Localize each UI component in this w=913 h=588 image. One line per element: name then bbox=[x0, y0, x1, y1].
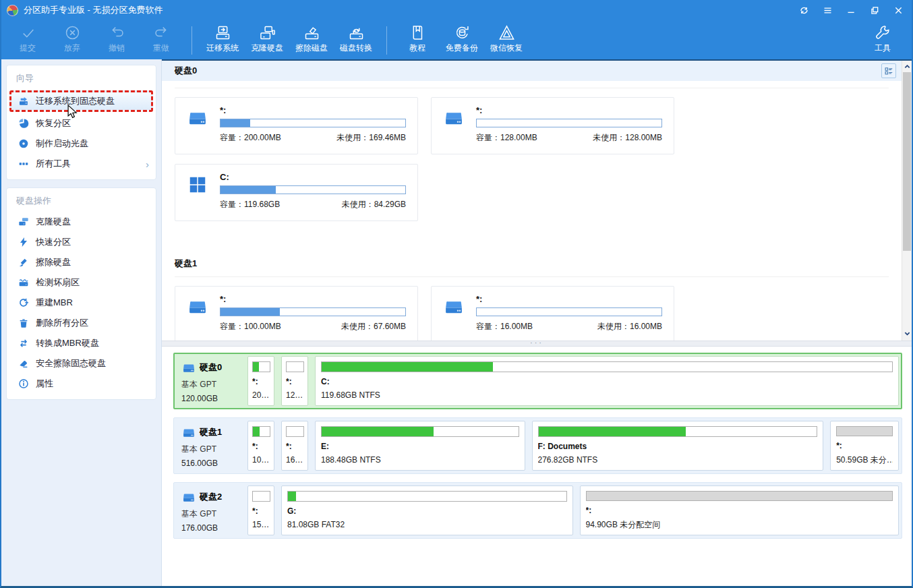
partition-letter: *: bbox=[836, 441, 893, 450]
partition-block[interactable]: C: 119.68GB NTFS bbox=[315, 356, 899, 406]
toolbar-clone-disk-button[interactable]: 克隆硬盘 bbox=[245, 22, 289, 54]
panel-splitter[interactable]: ··· bbox=[162, 341, 912, 347]
close-button[interactable] bbox=[893, 5, 904, 16]
sidebar-item-clone-disk[interactable]: 克隆硬盘 bbox=[7, 212, 156, 232]
partition-size: 15… bbox=[252, 520, 270, 529]
sidebar-item-quick-partition[interactable]: 快速分区 bbox=[7, 232, 156, 252]
toolbar: 提交放弃撤销重做迁移系统克隆硬盘擦除磁盘磁盘转换教程免费备份微信恢复工具 bbox=[1, 20, 912, 59]
convert-disk-icon bbox=[347, 24, 365, 42]
unused-text: 未使用：16.00MB bbox=[597, 321, 662, 332]
clone-icon bbox=[258, 24, 276, 42]
disk-overview-content: 硬盘0 *: 容量：200.00MB 未使用：169.46MB *: 容量：12… bbox=[162, 61, 902, 341]
partition-card[interactable]: *: 容量：100.00MB 未使用：67.60MB bbox=[175, 286, 418, 341]
capacity-text: 容量：200.00MB bbox=[220, 132, 281, 144]
toolbar-erase-disk-button[interactable]: 擦除磁盘 bbox=[289, 22, 334, 54]
sidebar-item-label: 转换成MBR硬盘 bbox=[36, 337, 99, 349]
partition-size: 10… bbox=[252, 455, 270, 465]
sidebar-item-check-bad-sectors[interactable]: 检测坏扇区 bbox=[7, 272, 156, 293]
partition-size: 94.90GB 未分配空间 bbox=[586, 519, 893, 530]
partition-block[interactable]: *: 10… bbox=[247, 421, 274, 471]
minimize-button[interactable] bbox=[846, 5, 856, 16]
toolbar-label: 擦除磁盘 bbox=[295, 42, 328, 54]
sidebar-item-properties[interactable]: 属性 bbox=[7, 374, 156, 394]
usage-bar bbox=[252, 426, 270, 437]
maximize-button[interactable] bbox=[870, 5, 880, 16]
toolbar-tools-button[interactable]: 工具 bbox=[860, 22, 905, 54]
sidebar-item-label: 删除所有分区 bbox=[36, 317, 88, 329]
check-icon bbox=[19, 24, 37, 42]
refresh-button[interactable] bbox=[799, 5, 809, 16]
disk-map-panel: 硬盘0 基本 GPT 120.00GB *: 20… *: 12… C: 119… bbox=[162, 347, 912, 586]
partition-block[interactable]: *: 15… bbox=[247, 486, 274, 535]
scroll-down-icon[interactable] bbox=[902, 328, 912, 339]
scrollbar-thumb[interactable] bbox=[903, 72, 911, 251]
toolbar-tutorial-button[interactable]: 教程 bbox=[395, 22, 440, 54]
disk-section-header: 硬盘0 bbox=[162, 61, 902, 81]
partition-letter: *: bbox=[286, 377, 303, 386]
usage-bar bbox=[252, 361, 270, 372]
view-toggle-button[interactable] bbox=[881, 63, 896, 78]
toolbar-label: 克隆硬盘 bbox=[251, 42, 283, 54]
disk-row[interactable]: 硬盘1 基本 GPT 516.00GB *: 10… *: 16… E: 188… bbox=[173, 417, 902, 474]
partition-block[interactable]: *: 94.90GB 未分配空间 bbox=[580, 486, 899, 535]
partition-card[interactable]: *: 容量：200.00MB 未使用：169.46MB bbox=[175, 97, 418, 154]
toolbar-undo-button: 撤销 bbox=[94, 22, 139, 54]
unused-text: 未使用：169.46MB bbox=[336, 132, 406, 144]
toolbar-group-1: 提交放弃撤销重做 bbox=[5, 22, 183, 54]
sidebar-item-label: 所有工具 bbox=[36, 158, 71, 170]
disk-row[interactable]: 硬盘0 基本 GPT 120.00GB *: 20… *: 12… C: 119… bbox=[173, 353, 902, 409]
disk-info: 硬盘2 基本 GPT 176.00GB bbox=[177, 486, 245, 535]
sidebar-item-make-bootable-media[interactable]: 制作启动光盘 bbox=[7, 134, 156, 154]
vertical-scrollbar[interactable] bbox=[902, 61, 912, 341]
disk-name: 硬盘1 bbox=[200, 426, 222, 438]
sidebar-item-all-tools[interactable]: 所有工具› bbox=[7, 154, 156, 174]
partition-blocks: *: 20… *: 12… C: 119.68GB NTFS bbox=[247, 356, 899, 406]
partition-letter: *: bbox=[286, 442, 303, 451]
scroll-up-icon[interactable] bbox=[902, 61, 912, 71]
partition-block[interactable]: G: 81.08GB FAT32 bbox=[281, 486, 573, 535]
sidebar-item-convert-to-mbr[interactable]: 转换成MBR硬盘 bbox=[7, 333, 156, 353]
disk-row[interactable]: 硬盘2 基本 GPT 176.00GB *: 15… G: 81.08GB FA… bbox=[173, 482, 902, 539]
sidebar-item-label: 擦除硬盘 bbox=[36, 256, 71, 268]
usage-bar bbox=[321, 426, 519, 437]
capacity-text: 容量：128.00MB bbox=[476, 132, 537, 144]
disk-name: 硬盘2 bbox=[200, 491, 222, 503]
toolbar-free-backup-button[interactable]: 免费备份 bbox=[440, 22, 484, 54]
partition-card-grid: *: 容量：100.00MB 未使用：67.60MB *: 容量：16.00MB… bbox=[162, 277, 902, 341]
toolbar-label: 微信恢复 bbox=[490, 42, 523, 54]
partition-card[interactable]: C: 容量：119.68GB 未使用：84.29GB bbox=[175, 164, 418, 221]
toolbar-label: 撤销 bbox=[109, 42, 125, 54]
partition-card-body: C: 容量：119.68GB 未使用：84.29GB bbox=[220, 172, 406, 220]
partition-block[interactable]: E: 188.48GB NTFS bbox=[315, 421, 525, 471]
menu-button[interactable] bbox=[823, 5, 833, 16]
capacity-text: 容量：119.68GB bbox=[220, 199, 280, 210]
toolbar-disk-convert-button[interactable]: 磁盘转换 bbox=[334, 22, 378, 54]
sidebar-item-rebuild-mbr[interactable]: 重建MBR bbox=[7, 293, 156, 313]
partition-size: 50.59GB 未分… bbox=[836, 454, 893, 465]
sidebar-item-delete-all-partitions[interactable]: 删除所有分区 bbox=[7, 313, 156, 333]
partition-block[interactable]: *: 20… bbox=[247, 356, 274, 406]
disk-icon bbox=[443, 107, 465, 127]
partition-card[interactable]: *: 容量：16.00MB 未使用：16.00MB bbox=[431, 286, 674, 341]
sidebar-item-secure-erase-ssd[interactable]: 安全擦除固态硬盘 bbox=[7, 353, 156, 374]
partition-size: 188.48GB NTFS bbox=[321, 455, 519, 465]
toolbar-migrate-system-button[interactable]: 迁移系统 bbox=[200, 22, 245, 54]
sidebar-item-recover-partition[interactable]: 恢复分区 bbox=[7, 113, 156, 134]
sidebar-item-migrate-os-to-ssd[interactable]: 迁移系统到固态硬盘 bbox=[9, 90, 153, 112]
wipe-disk-icon bbox=[18, 257, 29, 268]
windows-icon bbox=[187, 174, 208, 194]
partition-block[interactable]: F: Documets 276.82GB NTFS bbox=[532, 421, 824, 471]
partition-card[interactable]: *: 容量：128.00MB 未使用：128.00MB bbox=[431, 97, 674, 154]
partition-letter: C: bbox=[220, 172, 406, 182]
usage-bar bbox=[220, 119, 406, 127]
sidebar-item-wipe-disk[interactable]: 擦除硬盘 bbox=[7, 252, 156, 272]
partition-size: 119.68GB NTFS bbox=[321, 390, 893, 400]
partition-letter: F: Documets bbox=[538, 442, 818, 451]
partition-letter: *: bbox=[476, 105, 662, 115]
usage-bar bbox=[286, 361, 304, 372]
partition-block[interactable]: *: 50.59GB 未分… bbox=[830, 421, 899, 471]
partition-block[interactable]: *: 12… bbox=[281, 356, 308, 406]
partition-block[interactable]: *: 16… bbox=[281, 421, 308, 471]
toolbar-wechat-recovery-button[interactable]: 微信恢复 bbox=[484, 22, 529, 54]
partition-blocks: *: 15… G: 81.08GB FAT32 *: 94.90GB 未分配空间 bbox=[247, 486, 899, 535]
